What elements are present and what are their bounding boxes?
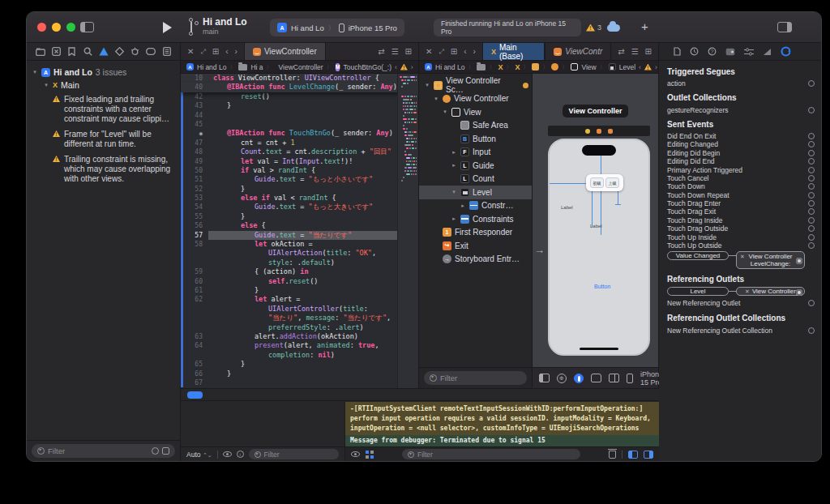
issue-row[interactable]: Trailing constraint is missing, which ma… [53, 155, 175, 184]
connection-well[interactable] [808, 141, 815, 147]
prev-issue-icon[interactable]: ‹ [395, 63, 397, 71]
segment-0[interactable]: 初級 [590, 177, 604, 188]
disconnect-icon[interactable]: ✕ [740, 254, 745, 260]
device-variants-icon[interactable] [574, 374, 584, 383]
code-line[interactable]: 50if val > randInt { [181, 166, 418, 175]
outline-row-constraints[interactable]: ▸Constraints [419, 212, 532, 226]
prev-issue-icon[interactable]: ‹ [639, 63, 641, 71]
code-line[interactable]: 59{ (action) in [181, 267, 418, 276]
jump-project[interactable]: Hi and Lo [435, 63, 464, 71]
code-line[interactable]: 49let val = Int(Input.text!)! [181, 157, 418, 166]
source-control-navigator-icon[interactable] [51, 46, 62, 57]
disconnect-icon[interactable]: ✕ [745, 288, 750, 295]
variables-pane-toggle-icon[interactable] [628, 451, 638, 459]
outline-row-view[interactable]: ▾View [419, 105, 532, 119]
bookmarks-navigator-icon[interactable] [66, 46, 77, 57]
history-inspector-icon[interactable] [690, 47, 699, 56]
code-line[interactable]: 62let alert = [181, 295, 418, 304]
new-referencing-outlet-collection-row[interactable]: New Referencing Outlet Collection [667, 326, 815, 335]
variables-filter-input[interactable]: Filter [249, 449, 339, 459]
event-pill[interactable]: Value Changed [667, 251, 729, 260]
source-code[interactable]: 10class ViewController: UIViewController… [181, 74, 418, 388]
code-line[interactable]: 57Guide.text = "当たりです" [181, 231, 418, 240]
level-segmented-control[interactable]: 初級 上級 [586, 174, 623, 191]
disclosure-chevron[interactable]: ▾ [442, 109, 448, 115]
code-review-icon[interactable]: ⇄ [618, 47, 624, 56]
code-minimap[interactable] [397, 74, 418, 388]
connection-well[interactable] [808, 225, 815, 232]
connections-inspector-icon[interactable] [781, 46, 791, 57]
connection-well[interactable] [808, 175, 815, 182]
jump-leaf[interactable]: Level [619, 63, 635, 71]
code-line[interactable]: 54Guide.text = "もっと大きいです" [181, 203, 418, 211]
jump-project[interactable]: Hi and Lo [197, 63, 226, 71]
code-line[interactable]: 58let okAction = [181, 240, 418, 249]
outlet-collection-row[interactable]: gestureRecognizers [667, 105, 815, 113]
outline-row-view-controller-sc-[interactable]: ▾View Controller Sc… [419, 79, 532, 92]
disclosure-chevron[interactable]: ▾ [43, 82, 49, 88]
add-tab-button[interactable]: + [641, 19, 648, 33]
connection-well[interactable] [808, 80, 815, 87]
connection-well[interactable] [808, 133, 815, 139]
code-line[interactable]: 43} [181, 101, 418, 110]
interface-builder-canvas[interactable]: → View Controller [533, 74, 658, 367]
tab-viewcontroller[interactable]: ViewController [244, 43, 326, 60]
editor-grid-icon[interactable]: ⊞ [451, 47, 457, 56]
disclosure-chevron[interactable]: ▸ [451, 162, 457, 169]
sent-event-row[interactable]: Touch Down [667, 182, 815, 190]
sent-event-row[interactable]: Touch Up Outside [667, 241, 815, 250]
minimize-button[interactable] [52, 23, 61, 32]
jump-folder[interactable]: Hi a [250, 63, 263, 71]
breakpoints-toggle-button[interactable] [187, 391, 203, 399]
quicklook-icon[interactable] [223, 451, 232, 457]
code-line[interactable]: 56else { [181, 221, 418, 230]
issues-navigator-icon[interactable] [98, 46, 109, 57]
next-issue-icon[interactable]: › [411, 63, 413, 71]
iphone-canvas-device[interactable]: 初級 上級 Label Label Button [548, 139, 650, 356]
console-warning-block[interactable]: -[RTIInputSystemClient remoteTextInputSe… [345, 402, 659, 435]
orientation-icon[interactable] [591, 374, 601, 382]
code-line[interactable]: UIAlertController(title: [181, 305, 418, 314]
code-line[interactable]: 52} [181, 185, 418, 194]
recent-filter-icon[interactable] [152, 447, 159, 455]
tab-main-storyboard[interactable]: X Main (Base) [482, 43, 545, 60]
left-sidebar-toggle-icon[interactable] [80, 22, 94, 32]
split-preview-icon[interactable] [609, 374, 619, 382]
code-line[interactable]: 44 [181, 111, 418, 120]
add-editor-icon[interactable]: ⊞ [645, 47, 652, 56]
code-line[interactable]: 42reset() [181, 92, 418, 101]
code-line[interactable]: ◉@IBAction func TouchBtnGo(_ sender: Any… [181, 129, 418, 138]
sent-event-row[interactable]: Touch Drag Outside [667, 224, 815, 233]
ibaction-connection-well[interactable]: ◉ [181, 129, 208, 138]
focus-editor-icon[interactable]: ⤢ [200, 48, 205, 56]
debug-navigator-icon[interactable] [130, 46, 140, 57]
jump-view[interactable]: View [581, 63, 596, 71]
find-navigator-icon[interactable] [83, 46, 93, 57]
tests-navigator-icon[interactable] [114, 46, 125, 57]
jump-symbol[interactable]: TouchBtnGo(_:) [343, 63, 391, 71]
sent-event-row[interactable]: Editing Did End [667, 157, 815, 165]
back-icon[interactable]: ‹ [464, 47, 466, 56]
outline-toggle-icon[interactable] [539, 374, 550, 382]
connection-well[interactable] [808, 150, 815, 156]
outline-row-button[interactable]: BButton [419, 132, 532, 146]
triggered-segue-row[interactable]: action [667, 79, 815, 88]
navigator-filter-input[interactable]: Filter [32, 444, 175, 458]
console-pane-toggle-icon[interactable] [644, 451, 653, 459]
code-review-icon[interactable]: ⇄ [378, 47, 384, 56]
file-inspector-icon[interactable] [674, 47, 681, 56]
guide-label[interactable]: Label [561, 205, 573, 210]
sent-event-row[interactable]: Touch Drag Enter [667, 199, 815, 207]
code-line[interactable]: "当たり", message: "当たりです", [181, 314, 418, 322]
code-line[interactable]: 67 [181, 378, 418, 387]
adjust-icon[interactable]: ⊕ [557, 374, 567, 383]
attributes-inspector-icon[interactable] [744, 48, 754, 56]
jump-file[interactable]: ViewController [279, 63, 323, 71]
next-issue-icon[interactable]: › [655, 63, 657, 71]
disclosure-chevron[interactable]: ▾ [424, 82, 430, 88]
run-button[interactable] [163, 22, 172, 33]
outline-row-level[interactable]: ▾Level [419, 186, 532, 199]
view-controller-dock-icon[interactable] [585, 129, 590, 134]
info-icon[interactable]: i [237, 451, 244, 458]
code-line[interactable]: 53else if val < randInt { [181, 194, 418, 203]
